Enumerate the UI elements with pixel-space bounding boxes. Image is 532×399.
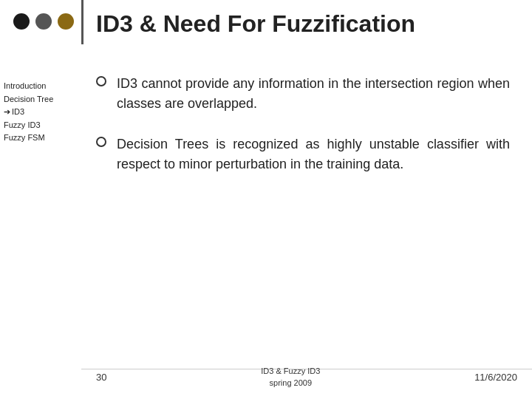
circle-2-icon <box>35 13 52 30</box>
slide-title: ID3 & Need For Fuzzification <box>96 10 517 38</box>
sidebar-item-id3: ➔ ID3 <box>4 106 81 118</box>
bullet-text-2: Decision Trees is recognized as highly u… <box>117 134 510 174</box>
circle-3-icon <box>58 13 74 30</box>
bullet-circle-2 <box>96 137 106 147</box>
bullet-text-1: ID3 cannot provide any information in th… <box>117 74 510 114</box>
footer: 30 ID3 & Fuzzy ID3 spring 2009 11/6/2020 <box>96 366 517 389</box>
slide-container: Introduction Decision Tree ➔ ID3 Fuzzy I… <box>0 0 532 399</box>
bullet-circle-1 <box>96 76 106 86</box>
sidebar-item-fuzzy-id3: Fuzzy ID3 <box>4 119 81 132</box>
bullet-item-2: Decision Trees is recognized as highly u… <box>96 134 510 174</box>
bullet-item-1: ID3 cannot provide any information in th… <box>96 74 510 114</box>
circles-row <box>13 13 74 30</box>
footer-date: 11/6/2020 <box>474 372 517 383</box>
main-content: ID3 cannot provide any information in th… <box>96 59 510 355</box>
circle-1-icon <box>13 13 30 30</box>
sidebar: Introduction Decision Tree ➔ ID3 Fuzzy I… <box>0 0 81 399</box>
sidebar-item-decision-tree: Decision Tree <box>4 93 81 106</box>
sidebar-item-introduction: Introduction <box>4 80 81 92</box>
arrow-icon: ➔ <box>4 106 10 118</box>
footer-page-number: 30 <box>96 372 106 383</box>
footer-center-text: ID3 & Fuzzy ID3 spring 2009 <box>261 366 320 389</box>
sidebar-item-fuzzy-fsm: Fuzzy FSM <box>4 132 81 144</box>
